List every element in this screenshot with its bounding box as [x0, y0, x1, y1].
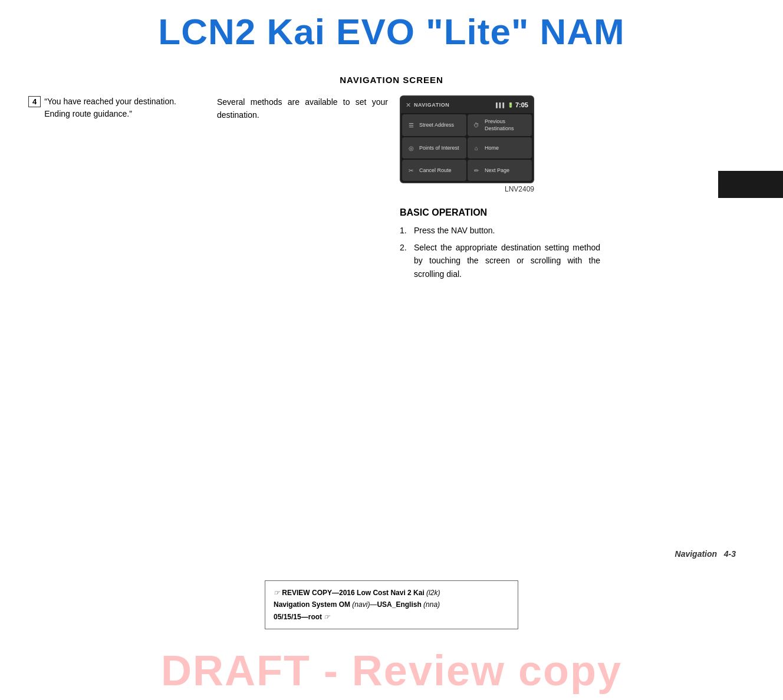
basic-operation-title: BASIC OPERATION — [400, 207, 600, 218]
nav-signal-icon: ▌▌▌ — [496, 103, 506, 108]
step-block: 4 “You have reached your destination. En… — [28, 95, 199, 120]
step-2-num: 2. — [400, 241, 412, 254]
cancel-route-label: Cancel Route — [419, 167, 452, 174]
black-rect-tab — [718, 171, 783, 198]
section-heading: NAVIGATION SCREEN — [0, 75, 783, 85]
review-copy-symbol: ☞ — [274, 589, 282, 597]
next-page-label: Next Page — [485, 167, 509, 174]
footer-page-label: Navigation — [675, 549, 718, 559]
review-copy-box: ☞ REVIEW COPY—2016 Low Cost Navi 2 Kai (… — [265, 580, 518, 629]
next-page-icon: ✏ — [471, 165, 482, 176]
nav-btn-points-of-interest[interactable]: ◎ Points of Interest — [402, 137, 466, 159]
street-address-icon: ☰ — [406, 120, 416, 131]
points-of-interest-label: Points of Interest — [419, 145, 459, 152]
nav-label: NAVIGATION — [414, 102, 449, 108]
nav-buttons-grid: ☰ Street Address ⏱ Previous Destinations… — [401, 113, 533, 182]
review-copy-line2: Navigation System OM (navi)—USA_English … — [274, 600, 440, 609]
basic-op-step-1: 1. Press the NAV button. — [400, 224, 600, 237]
page-header: LCN2 Kai EVO "Lite" NAM — [0, 0, 783, 58]
cancel-route-icon: ✂ — [406, 165, 416, 176]
review-copy-text: ☞ REVIEW COPY—2016 Low Cost Navi 2 Kai (… — [274, 587, 509, 623]
review-copy-line3: 05/15/15—root ☞ — [274, 613, 330, 621]
page-footer: Navigation 4-3 — [675, 549, 736, 559]
nav-btn-previous-destinations[interactable]: ⏱ Previous Destinations — [468, 114, 532, 136]
nav-compass-icon: ✕ — [406, 101, 411, 109]
nav-btn-next-page[interactable]: ✏ Next Page — [468, 160, 532, 181]
home-icon: ⌂ — [471, 143, 482, 153]
footer-page-number: 4-3 — [724, 549, 736, 559]
main-content: 4 “You have reached your destination. En… — [0, 95, 783, 284]
street-address-label: Street Address — [419, 122, 454, 129]
review-copy-title: REVIEW COPY—2016 Low Cost Navi 2 Kai — [282, 589, 424, 597]
lnv-caption: LNV2409 — [400, 185, 534, 193]
basic-operation-list: 1. Press the NAV button. 2. Select the a… — [400, 224, 600, 280]
basic-operation-section: BASIC OPERATION 1. Press the NAV button.… — [400, 207, 600, 284]
nav-screen-header: ✕ NAVIGATION ▌▌▌ 🔋 7:05 — [401, 97, 533, 113]
home-label: Home — [485, 145, 499, 152]
step-text: “You have reached your destination. Endi… — [44, 95, 199, 120]
basic-op-step-2: 2. Select the appropriate destination se… — [400, 241, 600, 280]
middle-text: Several methods are available to set you… — [217, 95, 388, 122]
nav-time: 7:05 — [515, 101, 528, 108]
previous-destinations-icon: ⏱ — [471, 120, 482, 131]
nav-btn-cancel-route[interactable]: ✂ Cancel Route — [402, 160, 466, 181]
left-column: 4 “You have reached your destination. En… — [28, 95, 211, 284]
step-marker: 4 — [28, 96, 41, 107]
nav-header-left: ✕ NAVIGATION — [406, 101, 449, 109]
review-copy-suffix: (l2k) — [425, 589, 440, 597]
nav-screen: ✕ NAVIGATION ▌▌▌ 🔋 7:05 ☰ Street Address… — [400, 95, 534, 183]
page-title: LCN2 Kai EVO "Lite" NAM — [0, 11, 783, 52]
nav-status-icons: ▌▌▌ 🔋 7:05 — [496, 101, 528, 108]
points-of-interest-icon: ◎ — [406, 143, 416, 153]
nav-btn-home[interactable]: ⌂ Home — [468, 137, 532, 159]
previous-destinations-label: Previous Destinations — [485, 118, 528, 132]
step-1-num: 1. — [400, 224, 412, 237]
right-column: ✕ NAVIGATION ▌▌▌ 🔋 7:05 ☰ Street Address… — [394, 95, 755, 284]
nav-battery-icon: 🔋 — [508, 103, 514, 108]
draft-watermark: DRAFT - Review copy — [0, 641, 783, 700]
middle-column: Several methods are available to set you… — [211, 95, 394, 284]
nav-btn-street-address[interactable]: ☰ Street Address — [402, 114, 466, 136]
step-2-text: Select the appropriate destination setti… — [414, 241, 600, 280]
step-1-text: Press the NAV button. — [414, 224, 495, 237]
